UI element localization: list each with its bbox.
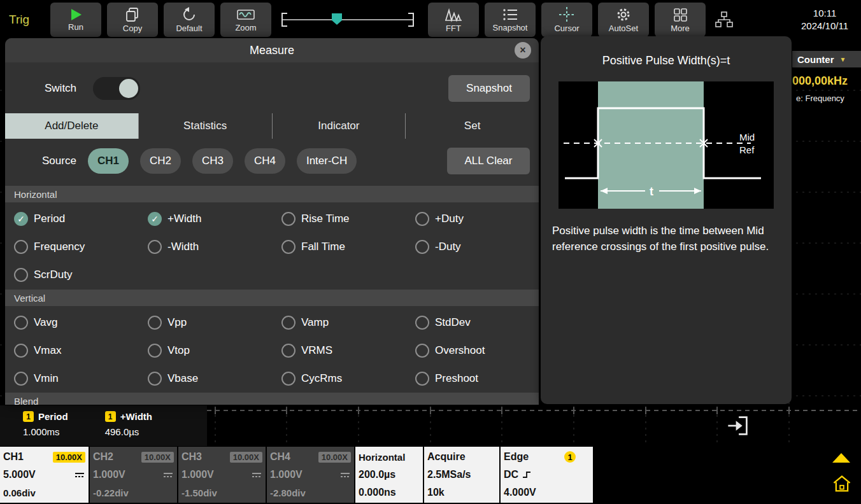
- source-inter-ch[interactable]: Inter-CH: [297, 148, 357, 174]
- channel-3-status[interactable]: CH3 10.00X 1.000V -1.50div: [178, 447, 266, 503]
- checkbox-icon: [14, 240, 28, 254]
- sample-rate: 2.5MSa/s: [427, 466, 496, 484]
- measure-option-neg-width[interactable]: -Width: [148, 233, 281, 261]
- snapshot-button[interactable]: Snapshot: [448, 75, 530, 102]
- autoset-button[interactable]: AutoSet: [598, 3, 649, 37]
- measure-switch-toggle[interactable]: [93, 77, 140, 100]
- counter-header[interactable]: Counter ▼: [792, 51, 861, 67]
- measure-option-label: Vavg: [34, 316, 58, 329]
- measure-option-cycrms[interactable]: CycRms: [281, 365, 415, 393]
- measure-option-label: Vamp: [301, 316, 329, 329]
- close-icon[interactable]: ×: [515, 42, 531, 59]
- result-name: +Width: [120, 411, 152, 422]
- default-reset-icon: [181, 6, 197, 23]
- measure-option-vpp[interactable]: Vpp: [148, 309, 281, 337]
- probe-ratio-badge: 10.00X: [230, 452, 262, 463]
- measure-option-neg-duty[interactable]: -Duty: [415, 233, 539, 261]
- t-label: t: [650, 185, 653, 198]
- zoom-label: Zoom: [235, 24, 256, 32]
- tab-set[interactable]: Set: [406, 113, 539, 139]
- dc-coupling-icon: [251, 471, 262, 479]
- toolbar: Trig Run Copy Default Zoom: [0, 0, 861, 39]
- measure-option-label: Preshoot: [435, 372, 478, 385]
- checkbox-icon: [148, 240, 162, 254]
- source-ch3[interactable]: CH3: [192, 148, 233, 174]
- channel-2-status[interactable]: CH2 10.00X 1.000V -0.22div: [90, 447, 177, 503]
- tab-indicator[interactable]: Indicator: [273, 113, 406, 139]
- counter-panel: Counter ▼ 000,00kHz e: Frequency: [792, 51, 861, 103]
- dialog-title-bar: Measure ×: [5, 38, 539, 62]
- run-button[interactable]: Run: [50, 3, 101, 37]
- dc-coupling-icon: [339, 471, 351, 479]
- measure-option-label: Frequency: [34, 241, 85, 253]
- counter-source: e: Frequency: [792, 94, 861, 103]
- channel-1-status[interactable]: CH1 10.00X 5.000V 0.06div: [0, 447, 89, 503]
- more-button[interactable]: More: [655, 3, 706, 37]
- source-ch2[interactable]: CH2: [140, 148, 181, 174]
- measure-option-preshoot[interactable]: Preshoot: [415, 365, 539, 393]
- trigger-position-marker: [332, 13, 342, 25]
- tab-add-delete[interactable]: Add/Delete: [5, 113, 139, 139]
- fft-button[interactable]: FFT: [428, 3, 479, 37]
- copy-icon: [124, 6, 141, 23]
- snapshot-label: Snapshot: [493, 24, 528, 32]
- default-button[interactable]: Default: [164, 3, 215, 37]
- channel-offset: -2.80div: [270, 484, 351, 501]
- result-name: Period: [38, 411, 68, 422]
- dc-coupling-icon: [162, 471, 174, 479]
- measure-option-fall-time[interactable]: Fall Time: [281, 233, 415, 261]
- trigger-level: 4.000V: [504, 484, 590, 501]
- network-status[interactable]: [711, 3, 737, 37]
- result-period[interactable]: 1 Period 1.000ms: [23, 411, 68, 446]
- measure-option-vmax[interactable]: Vmax: [14, 337, 148, 365]
- source-ch1[interactable]: CH1: [88, 148, 129, 174]
- measure-option-stddev[interactable]: StdDev: [415, 309, 539, 337]
- checkbox-icon: [281, 344, 295, 358]
- measure-option-overshoot[interactable]: Overshoot: [415, 337, 539, 365]
- status-bar: CH1 10.00X 5.000V 0.06div CH2 10.00X 1.0…: [0, 447, 861, 504]
- help-description: Positive pulse width is the time between…: [552, 223, 780, 255]
- measure-option-label: Vpp: [167, 316, 187, 329]
- tab-statistics[interactable]: Statistics: [139, 113, 273, 139]
- trigger-type: Edge: [504, 451, 529, 463]
- measure-option-frequency[interactable]: Frequency: [14, 233, 148, 261]
- measure-option-rise-time[interactable]: Rise Time: [281, 205, 415, 233]
- zoom-button[interactable]: Zoom: [220, 3, 271, 37]
- export-icon[interactable]: [726, 414, 750, 438]
- acquire-status[interactable]: Acquire 2.5MSa/s 10k: [424, 447, 499, 503]
- measure-option-vamp[interactable]: Vamp: [281, 309, 415, 337]
- source-ch4[interactable]: CH4: [245, 148, 285, 174]
- horizontal-status[interactable]: Horizontal 200.0µs 0.000ns: [355, 447, 423, 503]
- probe-ratio-badge: 10.00X: [318, 452, 351, 463]
- collapse-up-icon[interactable]: [832, 453, 850, 463]
- result-value: 1.000ms: [23, 426, 68, 437]
- network-icon: [715, 11, 733, 28]
- measure-option-vmin[interactable]: Vmin: [14, 365, 148, 393]
- horizontal-scale: 200.0µs: [359, 466, 420, 484]
- channel-4-status[interactable]: CH4 10.00X 1.000V -2.80div: [267, 447, 354, 503]
- measure-option-label: CycRms: [301, 372, 342, 385]
- measure-option-scrduty[interactable]: ScrDuty: [14, 261, 148, 289]
- measure-option-label: Period: [34, 213, 65, 225]
- all-clear-button[interactable]: ALL Clear: [447, 148, 530, 174]
- result-pos-width[interactable]: 1 +Width 496.0µs: [105, 411, 152, 446]
- checkbox-icon: [281, 316, 295, 330]
- measure-option-vbase[interactable]: Vbase: [148, 365, 281, 393]
- pulse-width-diagram: t Mid Ref: [559, 81, 774, 209]
- copy-button[interactable]: Copy: [107, 3, 158, 37]
- measure-option-vtop[interactable]: Vtop: [148, 337, 281, 365]
- trigger-status-block[interactable]: Edge 1 DC 4.000V: [501, 447, 593, 503]
- more-label: More: [671, 24, 690, 33]
- measure-option-vavg[interactable]: Vavg: [14, 309, 148, 337]
- horizontal-position-bar[interactable]: [277, 3, 422, 37]
- checkbox-icon: [148, 372, 162, 386]
- measure-option-period[interactable]: Period: [14, 205, 148, 233]
- cursor-button[interactable]: Cursor: [541, 3, 592, 37]
- measure-option-label: Vbase: [167, 372, 198, 385]
- measure-option-pos-width[interactable]: +Width: [148, 205, 281, 233]
- measure-option-vrms[interactable]: VRMS: [281, 337, 415, 365]
- measure-option-pos-duty[interactable]: +Duty: [415, 205, 539, 233]
- snapshot-button-toolbar[interactable]: Snapshot: [485, 3, 536, 37]
- home-icon[interactable]: [832, 473, 852, 494]
- zoom-icon: [236, 7, 255, 22]
